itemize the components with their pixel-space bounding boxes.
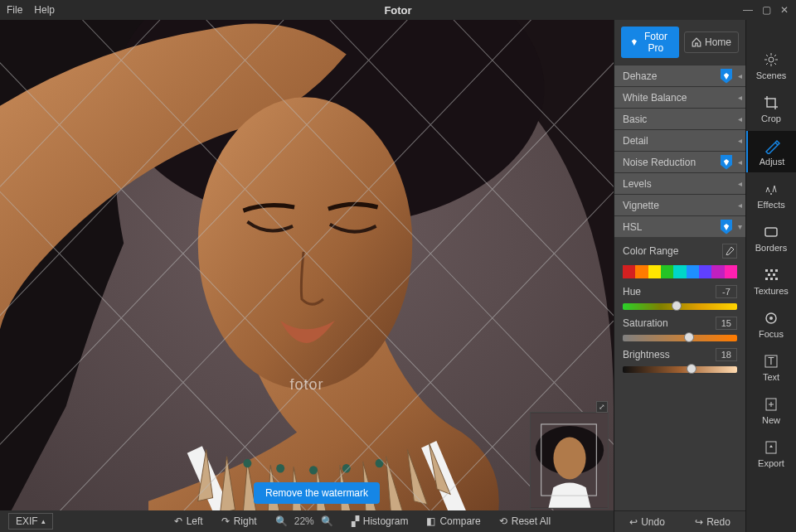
accordion-levels[interactable]: Levels◂ [614, 172, 745, 194]
slider-thumb[interactable] [672, 301, 682, 311]
accordion-vignette[interactable]: Vignette◂ [614, 194, 745, 215]
svg-rect-41 [765, 278, 768, 280]
swatch[interactable] [623, 265, 635, 278]
accordion-label: Dehaze [623, 70, 657, 82]
remove-watermark-button[interactable]: Remove the watermark [254, 482, 380, 504]
tool-label: Textures [754, 286, 789, 296]
zoom-out-button[interactable]: 🔍 [275, 515, 288, 527]
saturation-slider[interactable] [623, 335, 737, 341]
reset-icon: ⟲ [499, 515, 507, 527]
swatch[interactable] [648, 265, 661, 278]
svg-rect-38 [775, 269, 778, 272]
svg-rect-35 [765, 228, 777, 236]
swatch[interactable] [635, 265, 648, 278]
tool-new[interactable]: New [746, 389, 796, 431]
swatch[interactable] [673, 265, 686, 278]
rotate-left-button[interactable]: ↶Left [174, 515, 203, 527]
chevron-left-icon: ◂ [738, 179, 742, 188]
saturation-value[interactable]: 15 [716, 317, 737, 330]
minimap[interactable]: ⤢ [530, 412, 609, 509]
hsl-panel: Color Range Hue-7 Saturation15 Brightnes… [614, 237, 745, 510]
accordion-noise-reduction[interactable]: Noise Reduction◂ [614, 151, 745, 172]
textures-icon [763, 267, 779, 283]
swatch[interactable] [699, 265, 711, 278]
brightness-value[interactable]: 18 [716, 348, 737, 361]
svg-line-32 [774, 55, 776, 56]
rotate-right-icon: ↷ [221, 515, 230, 527]
minimap-expand-icon[interactable]: ⤢ [596, 401, 608, 413]
tool-text[interactable]: TText [746, 346, 796, 388]
svg-line-30 [766, 55, 768, 56]
tool-textures[interactable]: Textures [746, 260, 796, 302]
home-button[interactable]: Home [684, 31, 739, 53]
adjust-icon [764, 138, 780, 154]
swatch[interactable] [687, 265, 699, 278]
effects-icon [763, 181, 779, 197]
tool-scenes[interactable]: Scenes [746, 45, 796, 86]
hue-slider[interactable] [623, 303, 737, 310]
reset-all-button[interactable]: ⟲Reset All [499, 515, 551, 527]
eyedropper-icon [726, 247, 734, 255]
rotate-right-button[interactable]: ↷Right [221, 515, 257, 527]
tool-rail: ScenesCropAdjustEffectsBordersTexturesFo… [746, 20, 796, 532]
diamond-icon [631, 37, 638, 47]
tool-focus[interactable]: Focus [746, 303, 796, 345]
redo-button[interactable]: ↪Redo [680, 511, 745, 532]
accordion-label: Detail [623, 135, 648, 147]
brightness-slider[interactable] [623, 366, 737, 373]
slider-thumb[interactable] [684, 332, 694, 342]
compare-button[interactable]: ◧Compare [426, 515, 480, 527]
maximize-icon[interactable]: ▢ [760, 4, 773, 16]
minimize-icon[interactable]: — [741, 4, 755, 16]
compare-icon: ◧ [426, 515, 435, 527]
accordion-label: Levels [623, 178, 652, 190]
swatch[interactable] [661, 265, 673, 278]
bottom-toolbar: EXIF▴ ↶Left ↷Right 🔍 22% 🔍 ▞Histogram ◧C… [0, 510, 614, 532]
accordion-label: HSL [623, 221, 642, 233]
swatch[interactable] [725, 265, 737, 278]
histogram-icon: ▞ [352, 515, 359, 527]
histogram-button[interactable]: ▞Histogram [352, 515, 409, 527]
undo-button[interactable]: ↩Undo [614, 511, 680, 532]
redo-icon: ↪ [695, 516, 703, 528]
tool-export[interactable]: Export [746, 433, 796, 474]
slider-thumb[interactable] [687, 364, 696, 374]
accordion-hsl[interactable]: HSL▾ [614, 215, 745, 237]
accordion-label: Basic [623, 114, 647, 125]
side-panel: Fotor Pro Home Dehaze◂White Balance◂Basi… [614, 20, 746, 532]
eyedropper-button[interactable] [722, 244, 737, 259]
accordion-detail[interactable]: Detail◂ [614, 129, 745, 151]
svg-rect-43 [775, 278, 778, 280]
pro-badge-icon [721, 69, 732, 84]
chevron-left-icon: ◂ [738, 157, 742, 167]
watermark-text: fotor [289, 376, 323, 394]
zoom-in-button[interactable]: 🔍 [321, 515, 333, 527]
color-swatches[interactable] [623, 265, 737, 278]
fotor-pro-button[interactable]: Fotor Pro [621, 27, 679, 58]
tool-adjust[interactable]: Adjust [746, 131, 796, 172]
svg-rect-37 [770, 269, 773, 272]
accordion-white-balance[interactable]: White Balance◂ [614, 86, 745, 108]
exif-button[interactable]: EXIF▴ [8, 513, 53, 530]
menu-file[interactable]: File [7, 4, 22, 16]
adjust-accordion: Dehaze◂White Balance◂Basic◂Detail◂Noise … [614, 65, 745, 237]
close-icon[interactable]: ✕ [778, 4, 791, 16]
svg-rect-36 [765, 269, 768, 272]
swatch[interactable] [711, 265, 724, 278]
accordion-basic[interactable]: Basic◂ [614, 108, 745, 129]
export-icon [763, 439, 779, 456]
svg-text:T: T [768, 355, 774, 367]
zoom-out-icon: 🔍 [275, 515, 288, 527]
hue-value[interactable]: -7 [716, 285, 737, 298]
canvas[interactable]: fotor Remove the watermark ⤢ EXIF▴ ↶Left… [0, 20, 614, 532]
tool-crop[interactable]: Crop [746, 88, 796, 129]
borders-icon [763, 224, 779, 240]
zoom-level[interactable]: 22% [294, 515, 314, 527]
tool-effects[interactable]: Effects [746, 174, 796, 215]
menu-help[interactable]: Help [34, 4, 55, 16]
tool-borders[interactable]: Borders [746, 217, 796, 259]
accordion-dehaze[interactable]: Dehaze◂ [614, 65, 745, 86]
tool-label: Text [763, 372, 779, 382]
brightness-label: Brightness [623, 349, 670, 360]
chevron-left-icon: ◂ [738, 93, 742, 102]
